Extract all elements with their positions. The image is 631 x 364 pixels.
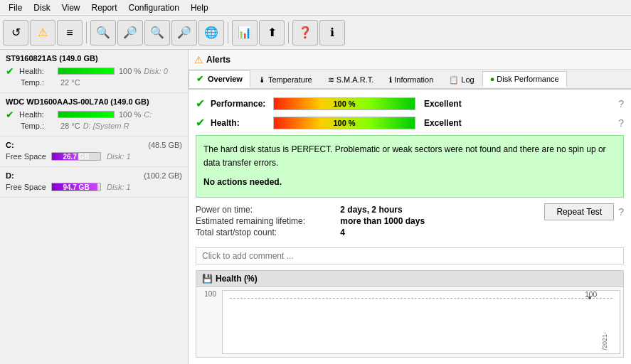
menu-help[interactable]: Help (185, 1, 214, 14)
menu-disk[interactable]: Disk (28, 1, 55, 14)
performance-row: ✔ Performance: 100 % Excellent ? (196, 97, 624, 110)
tab-overview-icon: ✔ (196, 74, 203, 84)
power-on-row: Power on time: 2 days, 2 hours (196, 205, 425, 215)
tab-temperature-icon: 🌡 (258, 75, 266, 84)
toolbar-btn-help[interactable]: ❓ (292, 20, 318, 46)
chart-dashed-line (230, 298, 613, 299)
no-action-text: No actions needed. (203, 176, 616, 189)
menubar: File Disk View Report Configuration Help (0, 0, 631, 16)
power-on-value: 2 days, 2 hours (340, 205, 402, 215)
left-panel: ST9160821AS (149.0 GB) ✔ Health: 100 % D… (0, 50, 189, 364)
toolbar-btn-info[interactable]: ℹ (319, 20, 345, 46)
drive-d-free-label: Free Space (6, 183, 48, 191)
info-left: Power on time: 2 days, 2 hours Estimated… (196, 203, 425, 239)
menu-view[interactable]: View (56, 1, 86, 14)
tab-log-label: Log (461, 75, 474, 84)
drive-d-free-bar-label: 94.7 GB (52, 183, 100, 191)
disk2-temp-disk: D: [System R (83, 122, 129, 130)
health-help-icon[interactable]: ? (618, 117, 624, 129)
toolbar-btn-up[interactable]: ⬆ (259, 20, 285, 46)
chart-section: 💾 Health (%) 100 100 /2021- (196, 270, 624, 358)
alerts-bar: ⚠ Alerts (189, 50, 631, 70)
performance-help-icon[interactable]: ? (618, 98, 624, 109)
tab-log-icon: 📋 (449, 75, 459, 85)
tab-overview-label: Overview (208, 75, 243, 83)
chart-title-label: Health (%) (216, 274, 258, 284)
toolbar-btn-search1[interactable]: 🔍 (90, 20, 116, 46)
disk2-health-bar-fill (58, 112, 114, 117)
tab-disk-performance-label: Disk Performance (497, 75, 558, 83)
chart-title-bar: 💾 Health (%) (196, 271, 623, 287)
disk2-title: WDC WD1600AAJS-00L7A0 (149.0 GB) (6, 97, 149, 106)
estimated-label: Estimated remaining lifetime: (196, 216, 338, 226)
disk1-health-bar (58, 68, 115, 75)
alerts-label: Alerts (206, 55, 230, 65)
repeat-section: Repeat Test ? (544, 203, 624, 220)
performance-check-icon: ✔ (196, 97, 205, 110)
toolbar-btn-search2[interactable]: 🔎 (117, 20, 143, 46)
disk2-temp-row: Temp.: 28 °C D: [System R (6, 122, 182, 130)
tab-overview[interactable]: ✔ Overview (189, 70, 250, 88)
drive-d-free-bar: 94.7 GB (51, 183, 101, 191)
tab-smart-label: S.M.A.R.T. (336, 75, 374, 84)
drive-d-title: D: (100.2 GB) (6, 171, 182, 180)
drive-c-size: (48.5 GB) (148, 141, 182, 149)
menu-report[interactable]: Report (85, 1, 122, 14)
tab-information-icon: ℹ (389, 75, 392, 85)
disk2-health-row: ✔ Health: 100 % C: (6, 109, 182, 120)
disk2-temp-value: 28 °C (60, 122, 80, 130)
disk1-temp-label: Temp.: (21, 78, 56, 87)
status-box: The hard disk status is PERFECT. Problem… (196, 135, 624, 198)
drive-d-free-row: Free Space 94.7 GB Disk: 1 (6, 183, 182, 191)
repeat-test-button[interactable]: Repeat Test (544, 203, 614, 220)
disk2-item: WDC WD1600AAJS-00L7A0 (149.0 GB) ✔ Healt… (0, 93, 188, 136)
disk1-health-label: Health: (19, 67, 55, 75)
toolbar-btn-alert[interactable]: ⚠ (30, 20, 55, 46)
estimated-value: more than 1000 days (340, 216, 425, 226)
performance-rating: Excellent (424, 99, 462, 109)
disk1-health-row: ✔ Health: 100 % Disk: 0 (6, 65, 182, 77)
toolbar-btn-search4[interactable]: 🔎 (171, 20, 197, 46)
chart-y-axis: 100 (196, 287, 219, 357)
disk1-health-value: 100 % (119, 67, 141, 75)
tab-log[interactable]: 📋 Log (441, 72, 482, 87)
health-rating: Excellent (424, 118, 462, 128)
content-area: ✔ Performance: 100 % Excellent ? ✔ Healt… (189, 90, 631, 364)
toolbar-separator-3 (288, 22, 289, 43)
tabs-bar: ✔ Overview 🌡 Temperature ≋ S.M.A.R.T. ℹ … (189, 70, 631, 90)
drive-d-item: D: (100.2 GB) Free Space 94.7 GB Disk: 1 (0, 167, 188, 198)
disk2-health-disk: C: (144, 110, 152, 119)
tab-information[interactable]: ℹ Information (381, 72, 441, 87)
tab-smart[interactable]: ≋ S.M.A.R.T. (320, 72, 382, 87)
performance-label: Performance: (211, 99, 267, 109)
toolbar-btn-search3[interactable]: 🔍 (144, 20, 170, 46)
repeat-help-icon[interactable]: ? (618, 206, 624, 218)
drive-c-free-label: Free Space (6, 152, 48, 161)
tab-disk-performance[interactable]: ● Disk Performance (482, 71, 567, 87)
total-start-value: 4 (340, 228, 345, 237)
menu-file[interactable]: File (3, 1, 28, 14)
disk1-health-bar-fill (58, 68, 114, 74)
comment-input[interactable] (196, 247, 624, 264)
disk2-health-value: 100 % (119, 110, 141, 119)
chart-save-icon[interactable]: 💾 (202, 274, 213, 284)
toolbar-btn-refresh[interactable]: ↺ (3, 20, 28, 46)
tab-disk-performance-icon: ● (490, 75, 495, 83)
toolbar-btn-chart[interactable]: 📊 (232, 20, 258, 46)
drive-c-disk: Disk: 1 (107, 152, 131, 161)
drive-c-title: C: (48.5 GB) (6, 141, 182, 149)
tab-temperature[interactable]: 🌡 Temperature (250, 72, 320, 87)
disk2-health-bar (58, 111, 115, 118)
toolbar-btn-list[interactable]: ≡ (57, 20, 83, 46)
power-on-label: Power on time: (196, 205, 338, 215)
health-row: ✔ Health: 100 % Excellent ? (196, 116, 624, 129)
menu-configuration[interactable]: Configuration (123, 1, 185, 14)
performance-bar: 100 % (273, 97, 415, 110)
info-section: Power on time: 2 days, 2 hours Estimated… (196, 203, 624, 239)
performance-bar-label: 100 % (333, 100, 355, 108)
drive-c-free-row: Free Space 26.7 GB Disk: 1 (6, 152, 182, 161)
disk2-title-row: WDC WD1600AAJS-00L7A0 (149.0 GB) (6, 97, 182, 106)
health-label: Health: (211, 118, 267, 128)
toolbar-separator-1 (86, 22, 87, 43)
toolbar-btn-globe[interactable]: 🌐 (198, 20, 224, 46)
